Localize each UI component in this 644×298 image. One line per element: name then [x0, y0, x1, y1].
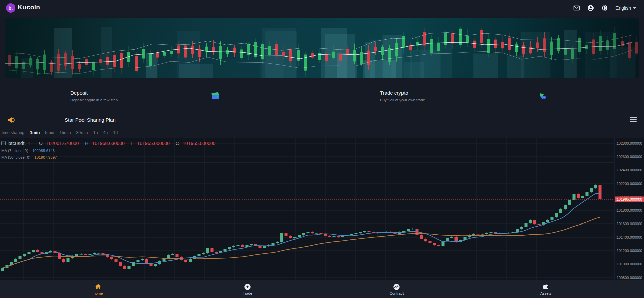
price-axis-label: 101200.000000	[616, 249, 642, 253]
trade-crypto-subtitle: Buy/Sell at your own trade	[380, 98, 548, 102]
buy-sell-arrows-icon	[538, 92, 548, 101]
banner-candlestick-art	[5, 18, 639, 78]
deposit-title: Deposit	[70, 90, 220, 96]
close-value: 101965.000000	[183, 141, 215, 146]
open-value: 102001.670000	[46, 141, 79, 146]
header-actions: English	[573, 0, 637, 16]
low-key: L	[131, 141, 133, 146]
candlestick-chart[interactable]: 102800.000000102600.000000102400.0000001…	[0, 138, 644, 280]
menu-icon[interactable]	[630, 117, 637, 123]
chart-legend: btcusdt, 1 O102001.670000 H101968.630000…	[1, 140, 215, 159]
nav-item-trade[interactable]: Trade	[236, 283, 259, 295]
price-axis-label: 102200.000000	[616, 182, 642, 186]
price-axis-label: 101000.000000	[616, 262, 642, 266]
symbol-label: btcusdt, 1	[8, 140, 30, 146]
account-icon[interactable]	[587, 5, 594, 11]
timeframe-4h[interactable]: 4h	[103, 130, 108, 135]
collapse-legend-icon[interactable]	[1, 141, 6, 145]
language-label: English	[615, 5, 631, 11]
brand-logo-icon[interactable]: b.	[6, 3, 15, 13]
contract-icon	[393, 283, 400, 290]
price-axis-label: 102800.000000	[616, 141, 642, 145]
nav-item-assets[interactable]: Assets	[534, 283, 558, 295]
timeframe-30min[interactable]: 30min	[76, 130, 88, 135]
trade-icon	[244, 283, 251, 290]
nav-item-home[interactable]: home	[87, 283, 110, 295]
price-axis-label: 102400.000000	[616, 168, 642, 172]
svg-text:101965.000000: 101965.000000	[616, 197, 642, 201]
deposit-card[interactable]: Deposit Deposit crypto in a few step	[70, 90, 220, 107]
timeframe-tabs: time sharing1min5min15min30min1h4h1d	[2, 130, 118, 135]
brand-title: Kucoin	[18, 4, 40, 11]
ma7-value: 102085.6143	[32, 149, 55, 153]
open-key: O	[39, 141, 43, 146]
price-axis-label: 100800.000000	[616, 276, 642, 280]
timeframe-5min[interactable]: 5min	[45, 130, 54, 135]
mail-icon[interactable]	[573, 5, 580, 11]
promo-banner[interactable]	[5, 18, 639, 78]
app-header: b. Kucoin English	[0, 0, 644, 16]
chevron-down-icon	[633, 7, 637, 9]
price-axis-label: 101800.000000	[616, 208, 642, 212]
last-price-tag: 101965.000000	[615, 197, 644, 202]
announcement-bar: Star Pool Sharing Plan	[0, 114, 644, 126]
nav-label-home: home	[94, 291, 103, 295]
assets-wallet-icon	[542, 283, 549, 290]
globe-icon[interactable]	[601, 5, 608, 11]
price-axis-label: 101400.000000	[616, 235, 642, 239]
nav-label-trade: Trade	[243, 291, 252, 295]
announcement-link[interactable]: Star Pool Sharing Plan	[65, 114, 116, 126]
ma30-label: MA (30, close, 0)	[1, 155, 30, 159]
timeframe-15min[interactable]: 15min	[59, 130, 71, 135]
price-axis-label: 101600.000000	[616, 222, 642, 226]
speaker-icon	[7, 116, 15, 124]
credit-card-icon	[210, 92, 220, 101]
ma30-value: 101907.9597	[34, 155, 57, 159]
trade-crypto-title: Trade crypto	[380, 90, 548, 96]
timeframe-time-sharing[interactable]: time sharing	[2, 130, 24, 135]
nav-label-contract: Contract	[390, 291, 404, 295]
close-key: C	[176, 141, 179, 146]
timeframe-1min[interactable]: 1min	[30, 130, 40, 135]
nav-label-assets: Assets	[540, 291, 551, 295]
bottom-navigation: home Trade Contract Assets	[0, 280, 644, 298]
logo-dot: .	[12, 5, 13, 11]
low-value: 101965.000000	[137, 141, 170, 146]
trade-crypto-card[interactable]: Trade crypto Buy/Sell at your own trade	[380, 90, 548, 107]
ma7-label: MA (7, close, 0)	[1, 149, 28, 153]
timeframe-1d[interactable]: 1d	[113, 130, 118, 135]
high-value: 101968.630000	[92, 141, 124, 146]
chart-panel: btcusdt, 1 O102001.670000 H101968.630000…	[0, 138, 644, 280]
price-axis-label: 102600.000000	[616, 155, 642, 159]
logo-letter: b	[8, 5, 11, 11]
nav-item-contract[interactable]: Contract	[385, 283, 409, 295]
deposit-subtitle: Deposit crypto in a few step	[70, 98, 220, 102]
timeframe-1h[interactable]: 1h	[93, 130, 98, 135]
high-key: H	[85, 141, 88, 146]
home-icon	[95, 283, 102, 290]
language-selector[interactable]: English	[615, 5, 637, 11]
